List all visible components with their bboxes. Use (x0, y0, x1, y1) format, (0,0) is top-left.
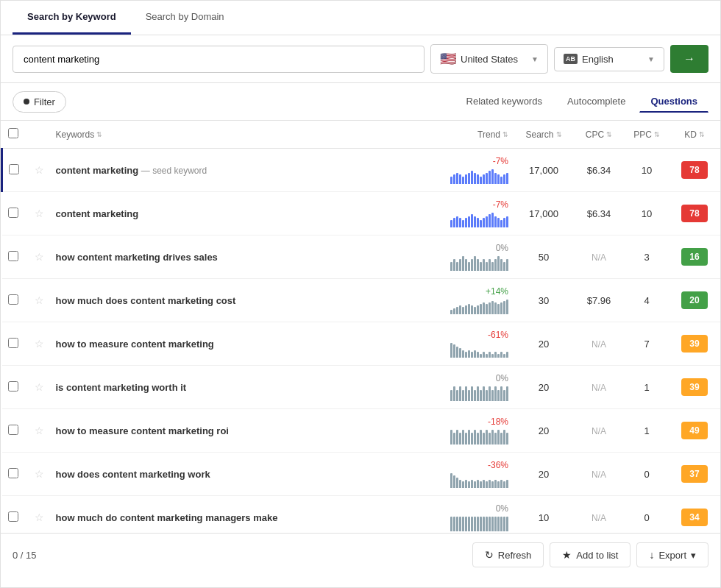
star-icon[interactable]: ☆ (35, 251, 44, 263)
keyword-text[interactable]: content marketing (56, 208, 139, 219)
trend-percentage: +14% (486, 286, 508, 297)
cpc-cell: N/A (573, 409, 625, 453)
kd-cell: 78 (669, 149, 720, 192)
trend-container: 0% (447, 243, 508, 271)
row-checkbox[interactable] (8, 294, 18, 305)
mini-chart (450, 472, 508, 488)
chart-bar (474, 173, 476, 184)
star-icon[interactable]: ☆ (35, 164, 44, 176)
trend-container: -61% (447, 330, 508, 358)
chart-bar (500, 259, 502, 271)
trend-container: -7% (447, 199, 508, 227)
header-trend[interactable]: Trend ⇅ (441, 121, 514, 149)
chart-bar (462, 390, 464, 401)
chart-bar (483, 517, 485, 531)
chart-bar (477, 386, 479, 401)
kd-cell: 39 (669, 366, 720, 409)
bottom-bar: 0 / 15 ↻ Refresh ★ Add to list ↓ Export … (1, 533, 720, 576)
chart-bar (480, 430, 482, 444)
chart-bar (462, 177, 464, 184)
row-checkbox[interactable] (8, 425, 18, 435)
keyword-text[interactable]: how to measure content marketing roi (56, 425, 230, 436)
refresh-label: Refresh (498, 550, 532, 561)
keyword-input[interactable] (13, 46, 425, 73)
tab-autocomplete[interactable]: Autocomplete (556, 91, 637, 113)
keyword-text[interactable]: how does content marketing work (56, 469, 210, 480)
chart-bar (450, 343, 452, 358)
star-icon[interactable]: ☆ (35, 338, 44, 350)
ppc-cell: 10 (625, 192, 669, 235)
chart-bar (486, 430, 488, 444)
header-search[interactable]: Search ⇅ (514, 121, 573, 149)
star-icon[interactable]: ☆ (35, 381, 44, 393)
row-checkbox[interactable] (8, 208, 18, 218)
tab-domain[interactable]: Search by Domain (131, 1, 239, 35)
star-icon[interactable]: ☆ (35, 208, 44, 219)
chart-bar (483, 433, 485, 444)
chart-bar (491, 213, 494, 227)
na-value: N/A (592, 513, 606, 523)
export-button[interactable]: ↓ Export ▾ (636, 542, 708, 567)
chart-bar (465, 218, 467, 227)
search-volume-cell: 10 (514, 496, 573, 534)
chart-bar (474, 307, 476, 314)
header-kd[interactable]: KD ⇅ (669, 121, 720, 149)
chart-bar (474, 517, 476, 531)
chart-bar (497, 174, 500, 184)
tab-related-keywords[interactable]: Related keywords (455, 91, 553, 113)
select-all-checkbox[interactable] (8, 128, 18, 138)
chart-bar (456, 173, 458, 184)
row-checkbox[interactable] (8, 468, 18, 478)
refresh-button[interactable]: ↻ Refresh (472, 542, 544, 567)
keyword-text[interactable]: how to measure content marketing (56, 339, 214, 350)
row-checkbox[interactable] (9, 164, 19, 174)
trend-percentage: -7% (493, 156, 508, 166)
row-checkbox[interactable] (8, 381, 18, 392)
keyword-text[interactable]: how much do content marketing managers m… (56, 512, 278, 523)
chart-bar (471, 171, 473, 184)
location-select[interactable]: 🇺🇸 United States ▼ (430, 44, 548, 74)
chart-bar (497, 354, 500, 358)
star-icon[interactable]: ☆ (35, 511, 44, 523)
search-button[interactable]: → (670, 45, 708, 73)
chart-bar (486, 173, 488, 184)
header-ppc[interactable]: PPC ⇅ (625, 121, 669, 149)
table-row: ☆how much do content marketing managers … (2, 496, 721, 534)
chart-bar (483, 302, 485, 314)
filter-tabs: Related keywords Autocomplete Questions (455, 91, 708, 113)
row-checkbox[interactable] (8, 511, 18, 522)
kd-cell: 39 (669, 322, 720, 366)
na-value: N/A (592, 470, 606, 480)
row-checkbox[interactable] (8, 338, 18, 348)
star-icon[interactable]: ☆ (35, 294, 44, 306)
chart-bar (456, 216, 458, 227)
mini-chart (450, 341, 508, 358)
keyword-text[interactable]: how content marketing drives sales (56, 252, 218, 263)
add-to-list-button[interactable]: ★ Add to list (550, 542, 631, 567)
filter-button[interactable]: Filter (13, 91, 66, 113)
trend-cell: 0% (441, 235, 514, 279)
keyword-text[interactable]: is content marketing worth it (56, 382, 187, 393)
chart-bar (486, 517, 488, 531)
header-keywords[interactable]: Keywords ⇅ (50, 121, 441, 149)
tab-questions[interactable]: Questions (639, 91, 708, 113)
star-icon[interactable]: ☆ (35, 425, 44, 436)
chart-bar (494, 480, 497, 488)
chart-bar (494, 517, 497, 531)
header-cpc[interactable]: CPC ⇅ (573, 121, 625, 149)
tab-keyword[interactable]: Search by Keyword (13, 1, 131, 35)
language-select[interactable]: AB English ▼ (554, 47, 664, 71)
trend-container: -36% (447, 460, 508, 488)
chart-bar (503, 262, 505, 271)
chart-bar (500, 302, 502, 314)
chart-bar (453, 433, 455, 444)
chart-bar (500, 220, 502, 227)
keyword-text[interactable]: how much does content marketing cost (56, 295, 236, 306)
star-icon[interactable]: ☆ (35, 468, 44, 480)
ppc-cell: 3 (625, 235, 669, 279)
chart-bar (462, 430, 464, 444)
chart-bar (489, 480, 491, 488)
chart-bar (497, 304, 500, 314)
ppc-cell: 4 (625, 279, 669, 322)
row-checkbox[interactable] (8, 251, 18, 261)
